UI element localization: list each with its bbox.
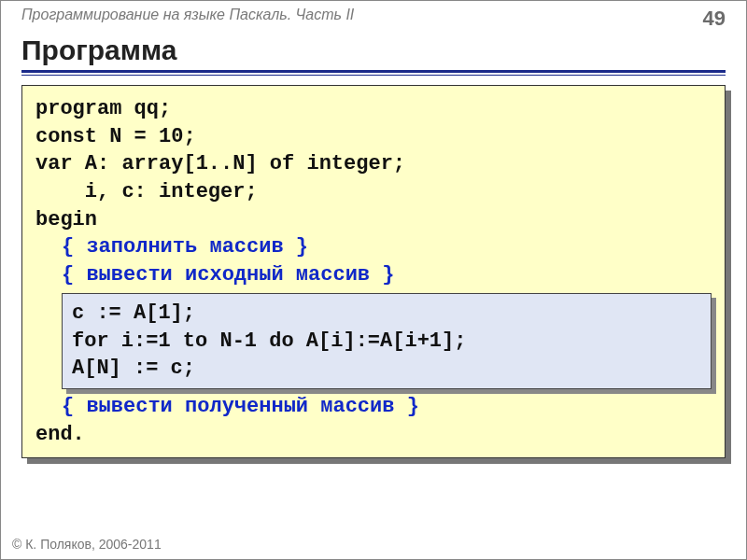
- title-rule-thin: [21, 75, 726, 76]
- highlight-box: c := A[1]; for i:=1 to N-1 do A[i]:=A[i+…: [62, 293, 712, 389]
- highlight-block: c := A[1]; for i:=1 to N-1 do A[i]:=A[i+…: [62, 293, 712, 389]
- slide-title: Программа: [1, 31, 746, 66]
- code-comment: { вывести исходный массив }: [35, 261, 712, 289]
- code-line: program qq;: [35, 95, 712, 123]
- code-line: i, c: integer;: [35, 178, 712, 206]
- title-rule-thick: [21, 70, 726, 73]
- code-line: for i:=1 to N-1 do A[i]:=A[i+1];: [72, 328, 701, 356]
- code-line: c := A[1];: [72, 300, 701, 328]
- slide: Программирование на языке Паскаль. Часть…: [0, 0, 747, 560]
- code-line: var A: array[1..N] of integer;: [35, 150, 712, 178]
- page-number: 49: [703, 7, 726, 31]
- code-line: A[N] := c;: [72, 355, 701, 383]
- course-title: Программирование на языке Паскаль. Часть…: [21, 7, 354, 23]
- code-comment: { заполнить массив }: [35, 233, 712, 261]
- code-block: program qq; const N = 10; var A: array[1…: [21, 85, 726, 458]
- copyright-footer: © К. Поляков, 2006-2011: [12, 537, 162, 552]
- code-line: const N = 10;: [35, 123, 712, 151]
- code-line: begin: [35, 206, 712, 234]
- code-box: program qq; const N = 10; var A: array[1…: [21, 85, 726, 458]
- code-line: end.: [35, 421, 712, 449]
- slide-header: Программирование на языке Паскаль. Часть…: [1, 1, 746, 31]
- code-comment: { вывести полученный массив }: [35, 393, 712, 421]
